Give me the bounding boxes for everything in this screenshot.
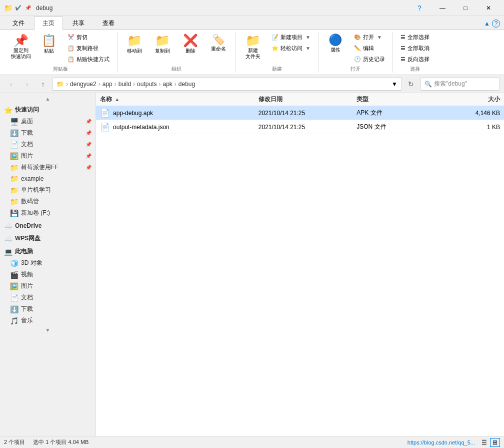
sidebar-item-mcu[interactable]: 📁 单片机学习 bbox=[0, 184, 96, 196]
path-apk[interactable]: apk bbox=[162, 81, 172, 88]
pin-to-quick-access-button[interactable]: 📌 固定到快速访问 bbox=[8, 32, 34, 62]
digital-icon: 📁 bbox=[10, 198, 18, 206]
json-file-type: JSON 文件 bbox=[352, 123, 436, 131]
status-bar: 2 个项目 选中 1 个项目 4.04 MB https://blog.csdn… bbox=[0, 436, 504, 448]
address-bar: ‹ › ↑ 📁 › dengyue2 › app › build › outpu… bbox=[0, 75, 504, 93]
edit-button[interactable]: ✏️ 编辑 bbox=[350, 43, 388, 54]
path-icon: 📁 bbox=[56, 81, 64, 88]
col-name-header[interactable]: 名称 ▲ bbox=[96, 95, 254, 104]
pictures-icon: 🖼️ bbox=[10, 152, 18, 160]
example-icon: 📁 bbox=[10, 175, 18, 183]
mcu-icon: 📁 bbox=[10, 186, 18, 194]
select-all-icon: ☰ bbox=[400, 34, 406, 41]
sidebar-section-quick-access[interactable]: ⭐ 快速访问 bbox=[0, 103, 96, 116]
scroll-up-indicator[interactable]: ▲ bbox=[0, 95, 96, 103]
select-all-button[interactable]: ☰ 全部选择 bbox=[397, 32, 433, 43]
sidebar-section-onedrive[interactable]: ☁️ OneDrive bbox=[0, 219, 96, 231]
paste-button[interactable]: 📋 粘贴 bbox=[36, 32, 62, 62]
select-none-button[interactable]: ☰ 全部取消 bbox=[397, 43, 433, 54]
tab-file[interactable]: 文件 bbox=[4, 17, 33, 30]
close-button[interactable]: ✕ bbox=[477, 0, 500, 16]
delete-button[interactable]: ❌ 删除 bbox=[178, 32, 204, 62]
tab-home[interactable]: 主页 bbox=[34, 17, 63, 30]
file-row-json[interactable]: 📄 output-metadata.json 2021/10/14 21:25 … bbox=[96, 120, 504, 134]
sidebar-item-raspberry[interactable]: 📁 树莓派使用FF 📌 bbox=[0, 162, 96, 173]
path-dengyue2[interactable]: dengyue2 bbox=[70, 81, 96, 88]
up-button[interactable]: ↑ bbox=[36, 77, 50, 91]
open-small-buttons: 🎨 打开 ▼ ✏️ 编辑 🕐 历史记录 bbox=[350, 32, 388, 65]
new-item-button[interactable]: 📝 新建项目 ▼ bbox=[268, 32, 314, 43]
json-file-date: 2021/10/14 21:25 bbox=[254, 124, 352, 131]
clipboard-buttons: 📌 固定到快速访问 📋 粘贴 ✂️ 剪切 📋 复制路径 📋 粘贴快捷方式 bbox=[8, 32, 113, 65]
properties-button[interactable]: 🔵 属性 bbox=[322, 32, 348, 62]
status-link[interactable]: https://blog.csdn.net/qq_5... bbox=[408, 439, 475, 445]
sidebar-section-thispc[interactable]: 💻 此电脑 bbox=[0, 244, 96, 257]
detail-view-button[interactable]: ⊞ bbox=[490, 438, 500, 447]
sidebar-item-documents2[interactable]: 📄 文档 bbox=[0, 292, 96, 303]
sidebar-item-pictures[interactable]: 🖼️ 图片 📌 bbox=[0, 150, 96, 162]
paste-shortcut-button[interactable]: 📋 粘贴快捷方式 bbox=[64, 54, 113, 65]
sidebar-section-wps[interactable]: ☁️ WPS网盘 bbox=[0, 231, 96, 244]
new-folder-button[interactable]: 📁 新建文件夹 bbox=[240, 32, 266, 62]
sidebar-item-downloads[interactable]: ⬇️ 下载 📌 bbox=[0, 127, 96, 139]
3d-icon: 🧊 bbox=[10, 259, 18, 267]
copy-path-button[interactable]: 📋 复制路径 bbox=[64, 43, 113, 54]
pin-button-icon: 📌 bbox=[14, 35, 28, 47]
file-row-apk[interactable]: 📄 app-debug.apk 2021/10/14 21:25 APK 文件 … bbox=[96, 106, 504, 120]
copy-to-button[interactable]: 📁 复制到 bbox=[150, 32, 176, 62]
newvolume-label: 新加卷 (F:) bbox=[21, 209, 50, 217]
scroll-down-indicator[interactable]: ▼ bbox=[0, 326, 96, 334]
sidebar-item-digital[interactable]: 📁 数码管 bbox=[0, 196, 96, 207]
ribbon-help-icon[interactable]: ? bbox=[492, 20, 500, 28]
col-size-header[interactable]: 大小 bbox=[436, 95, 504, 104]
refresh-button[interactable]: ↻ bbox=[404, 77, 418, 91]
minimize-button[interactable]: — bbox=[431, 0, 454, 16]
sidebar-item-pictures2[interactable]: 🖼️ 图片 bbox=[0, 280, 96, 292]
search-box[interactable]: 🔍 搜索"debug" bbox=[420, 78, 500, 91]
select-none-icon: ☰ bbox=[400, 45, 406, 52]
col-date-header[interactable]: 修改日期 bbox=[254, 95, 352, 104]
forward-button[interactable]: › bbox=[20, 77, 34, 91]
help-button[interactable]: ? bbox=[408, 0, 431, 16]
sidebar-item-3d[interactable]: 🧊 3D 对象 bbox=[0, 257, 96, 269]
address-path[interactable]: 📁 › dengyue2 › app › build › outputs › a… bbox=[52, 78, 402, 91]
tab-view[interactable]: 查看 bbox=[94, 17, 123, 30]
search-icon: 🔍 bbox=[424, 81, 432, 88]
maximize-button[interactable]: □ bbox=[454, 0, 477, 16]
invert-selection-button[interactable]: ☰ 反向选择 bbox=[397, 54, 433, 65]
downloads2-label: 下载 bbox=[21, 305, 33, 313]
cut-icon: ✂️ bbox=[68, 34, 74, 41]
sidebar-item-music[interactable]: 🎵 音乐 bbox=[0, 315, 96, 326]
file-list: 名称 ▲ 修改日期 类型 大小 📄 app-debug.apk 2021/10/… bbox=[96, 93, 504, 436]
sidebar-item-desktop[interactable]: 🖥️ 桌面 📌 bbox=[0, 116, 96, 127]
open-chevron: ▼ bbox=[377, 35, 382, 40]
history-button[interactable]: 🕐 历史记录 bbox=[350, 54, 388, 65]
path-outputs[interactable]: outputs bbox=[137, 81, 156, 88]
path-debug[interactable]: debug bbox=[178, 81, 195, 88]
rename-button[interactable]: 🏷️ 重命名 bbox=[206, 32, 232, 62]
easy-access-button[interactable]: ⭐ 轻松访问 ▼ bbox=[268, 43, 314, 54]
ribbon-collapse-icon[interactable]: ▲ bbox=[484, 20, 490, 27]
open-group-label: 打开 bbox=[322, 65, 388, 73]
sidebar-item-example[interactable]: 📁 example bbox=[0, 173, 96, 184]
cut-button[interactable]: ✂️ 剪切 bbox=[64, 32, 113, 43]
sidebar-item-video[interactable]: 🎬 视频 bbox=[0, 269, 96, 280]
path-app[interactable]: app bbox=[102, 81, 112, 88]
window-title: debug bbox=[36, 5, 408, 12]
ribbon-group-organize: 📁 移动到 📁 复制到 ❌ 删除 🏷️ 重命名 组织 bbox=[118, 32, 236, 73]
copy-path-icon: 📋 bbox=[68, 45, 74, 52]
sidebar-item-documents[interactable]: 📄 文档 📌 bbox=[0, 139, 96, 150]
tab-share[interactable]: 共享 bbox=[64, 17, 93, 30]
ribbon-group-open: 🔵 属性 🎨 打开 ▼ ✏️ 编辑 🕐 历史记录 打开 bbox=[318, 32, 393, 73]
sidebar-item-downloads2[interactable]: ⬇️ 下载 bbox=[0, 303, 96, 315]
open-button[interactable]: 🎨 打开 ▼ bbox=[350, 32, 388, 43]
sidebar-item-newvolume[interactable]: 💾 新加卷 (F:) bbox=[0, 207, 96, 219]
delete-icon: ❌ bbox=[183, 35, 198, 47]
col-type-header[interactable]: 类型 bbox=[352, 95, 436, 104]
move-to-button[interactable]: 📁 移动到 bbox=[122, 32, 148, 62]
music-label: 音乐 bbox=[21, 316, 33, 325]
list-view-button[interactable]: ☰ bbox=[479, 438, 489, 447]
back-button[interactable]: ‹ bbox=[4, 77, 18, 91]
path-build[interactable]: build bbox=[118, 81, 131, 88]
window-controls: ? — □ ✕ bbox=[408, 0, 500, 16]
